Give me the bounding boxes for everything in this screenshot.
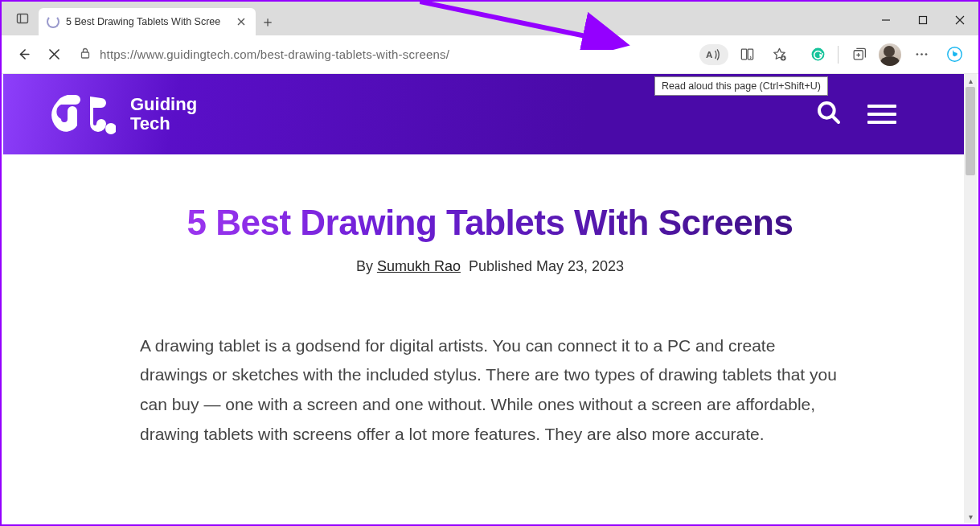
site-header: Guiding Tech — [3, 74, 977, 154]
read-aloud-button[interactable]: A — [699, 44, 728, 65]
svg-rect-0 — [18, 14, 28, 23]
author-link[interactable]: Sumukh Rao — [377, 258, 461, 274]
browser-toolbar: https://www.guidingtech.com/best-drawing… — [2, 35, 978, 74]
url-text: https://www.guidingtech.com/best-drawing… — [100, 47, 449, 61]
settings-more-button[interactable] — [908, 41, 935, 68]
favorites-button[interactable] — [765, 41, 793, 68]
scrollbar-thumb[interactable] — [966, 87, 975, 175]
scroll-down-icon[interactable]: ▾ — [964, 510, 977, 523]
window-titlebar: 5 Best Drawing Tablets With Scree ＋ — [2, 2, 978, 35]
collections-button[interactable] — [845, 41, 872, 68]
publish-date: May 23, 2023 — [536, 258, 624, 274]
svg-rect-5 — [82, 52, 89, 58]
site-info-lock-icon[interactable] — [79, 47, 92, 63]
stop-button[interactable] — [40, 41, 68, 68]
tooltip-text: Read aloud this page (Ctrl+Shift+U) — [662, 80, 821, 92]
logo-text: Guiding Tech — [130, 95, 197, 134]
article: 5 Best Drawing Tablets With Screens By S… — [3, 154, 977, 450]
new-tab-button[interactable]: ＋ — [256, 8, 280, 35]
tab-title: 5 Best Drawing Tablets With Scree — [66, 16, 220, 27]
svg-rect-3 — [920, 17, 927, 24]
svg-line-19 — [832, 116, 839, 122]
window-maximize-button[interactable] — [904, 5, 941, 35]
site-logo[interactable]: Guiding Tech — [51, 92, 197, 137]
tab-strip: 5 Best Drawing Tablets With Scree ＋ — [2, 2, 280, 35]
window-controls — [867, 5, 978, 35]
profile-button[interactable] — [875, 41, 904, 68]
grammarly-extension-icon[interactable] — [804, 41, 831, 68]
bing-chat-button[interactable] — [938, 41, 970, 68]
vertical-scrollbar[interactable]: ▴ ▾ — [964, 74, 977, 523]
site-search-button[interactable] — [816, 100, 842, 129]
logo-mark-icon — [51, 92, 116, 137]
address-bar[interactable]: https://www.guidingtech.com/best-drawing… — [71, 41, 801, 68]
article-paragraph: A drawing tablet is a godsend for digita… — [140, 331, 840, 450]
toolbar-divider — [838, 46, 839, 64]
svg-text:A: A — [706, 49, 713, 60]
svg-point-14 — [925, 53, 927, 55]
window-close-button[interactable] — [941, 5, 978, 35]
read-aloud-tooltip: Read aloud this page (Ctrl+Shift+U) — [654, 76, 828, 96]
page-viewport: Guiding Tech 5 Best Drawing Tablets With… — [3, 74, 977, 523]
svg-point-17 — [105, 123, 116, 134]
svg-rect-7 — [741, 49, 746, 60]
site-menu-button[interactable] — [867, 100, 896, 129]
svg-point-12 — [916, 53, 918, 55]
tab-close-button[interactable] — [235, 15, 248, 28]
immersive-reader-button[interactable] — [733, 41, 761, 68]
article-title: 5 Best Drawing Tablets With Screens — [140, 203, 840, 244]
profile-avatar-icon — [879, 43, 901, 66]
svg-point-13 — [921, 53, 923, 55]
window-minimize-button[interactable] — [867, 5, 904, 35]
browser-tab-active[interactable]: 5 Best Drawing Tablets With Scree — [39, 8, 256, 35]
tab-actions-button[interactable] — [6, 2, 39, 35]
back-button[interactable] — [10, 41, 37, 68]
article-byline: By Sumukh Rao Published May 23, 2023 — [140, 258, 840, 275]
tab-favicon-loading-icon — [47, 15, 59, 28]
scroll-up-icon[interactable]: ▴ — [964, 74, 977, 87]
